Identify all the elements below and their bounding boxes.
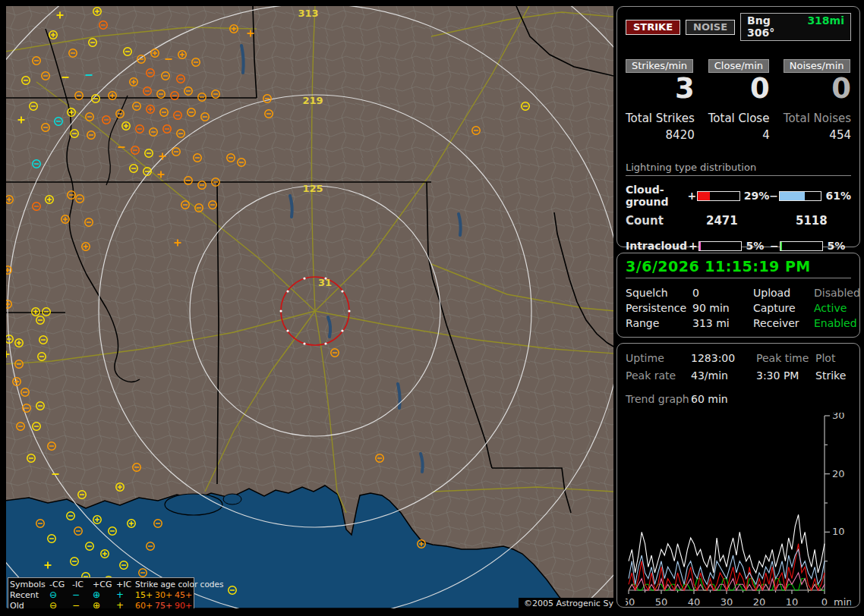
svg-text:30: 30	[832, 413, 845, 421]
distribution-title: Lightning type distribution	[626, 162, 851, 176]
legend-row-old-label: Old	[10, 601, 49, 609]
total-close-label: Total Close	[708, 112, 770, 125]
status-row: Squelch 0 Upload Disabled	[626, 285, 851, 300]
strike-map[interactable]: 31321912531 Symbols -CG -IC +CG +IC Stri…	[6, 6, 613, 608]
noise-mode-button[interactable]: NOISE	[686, 20, 735, 35]
copyright-text: ©2005 Astrogenic Systems	[519, 598, 613, 608]
bearing-readout: Bng 306° 318mi	[740, 13, 851, 41]
peak-time-label: Peak time	[756, 350, 815, 367]
range-value: 313 mi	[692, 316, 753, 331]
svg-text:20: 20	[832, 468, 845, 479]
cg-minus-bar	[779, 191, 822, 201]
total-close-value: 4	[708, 128, 770, 142]
cg-plus-count: 2471	[706, 214, 796, 228]
noises-per-min-chip[interactable]: Noises/min	[784, 59, 850, 73]
svg-text:40: 40	[688, 596, 701, 608]
capture-label: Capture	[753, 300, 814, 316]
squelch-value: 0	[692, 285, 753, 300]
strikes-per-min-chip[interactable]: Strikes/min	[626, 59, 693, 73]
minus-sign: −	[769, 190, 778, 202]
session-row: Peak rate 43/min 3:30 PM Strike	[626, 367, 851, 385]
app-window: 31321912531 Symbols -CG -IC +CG +IC Stri…	[0, 0, 864, 616]
age-45-label: 45+	[175, 590, 194, 600]
legend-header-pos-cg: +CG	[93, 580, 116, 589]
intracloud-row: Intracloud + 5% − 5%	[626, 240, 851, 252]
plot-label: Plot	[815, 350, 851, 367]
close-per-min-chip[interactable]: Close/min	[708, 59, 769, 73]
ic-plus-bar	[698, 241, 743, 251]
minus-sign: −	[770, 240, 780, 252]
peak-rate-label: Peak rate	[626, 367, 691, 385]
close-per-min-value: 0	[708, 74, 770, 104]
range-label: Range	[626, 316, 692, 331]
legend-header-neg-cg: -CG	[49, 580, 72, 589]
total-noises-value: 454	[784, 128, 851, 142]
svg-text:min: min	[834, 596, 851, 608]
upload-label: Upload	[753, 285, 814, 300]
ic-minus-pct: 5%	[823, 240, 851, 252]
uptime-label: Uptime	[626, 350, 691, 367]
legend-header-neg-ic: -IC	[72, 580, 93, 589]
session-row: Uptime 1283:00 Peak time Plot	[626, 350, 851, 367]
lake-pontchartrain	[165, 494, 222, 515]
plus-sign: +	[689, 240, 698, 252]
ic-plus-pct: 5%	[742, 240, 770, 252]
legend-header-symbols: Symbols	[10, 580, 49, 589]
recent-neg-cg-icon: ⊖	[49, 590, 72, 600]
persistence-label: Persistence	[626, 300, 692, 316]
recent-pos-cg-icon: ⊕	[93, 590, 116, 600]
svg-text:60: 60	[626, 596, 635, 608]
trend-series-neg-intracloud	[629, 573, 825, 590]
symbol-legend: Symbols -CG -IC +CG +IC Strike age color…	[8, 577, 194, 608]
count-label: Count	[626, 214, 706, 228]
svg-text:50: 50	[655, 596, 668, 608]
distance-value: 318mi	[807, 14, 844, 39]
ring-label-125: 125	[302, 183, 323, 194]
upload-state: Disabled	[814, 285, 860, 300]
total-noises-label: Total Noises	[784, 112, 851, 125]
persistence-value: 90 min	[692, 300, 753, 316]
svg-text:10: 10	[832, 526, 845, 537]
capture-state: Active	[814, 300, 851, 316]
stats-panel: STRIKE NOISE Bng 306° 318mi Strikes/min …	[616, 6, 860, 247]
total-strikes-value: 8420	[626, 128, 695, 142]
trend-row: Trend graph 60 min	[626, 391, 851, 408]
lake-maurepas	[223, 494, 241, 504]
peak-time-value: 3:30 PM	[756, 367, 815, 385]
recent-pos-ic-icon: +	[116, 590, 135, 600]
cloud-ground-row: Cloud-ground + 29% − 61%	[626, 184, 851, 208]
svg-text:0: 0	[821, 596, 828, 608]
bearing-value: Bng 306°	[747, 14, 799, 39]
status-panel: 3/6/2026 11:15:19 PM Squelch 0 Upload Di…	[616, 253, 860, 338]
old-pos-ic-icon: +	[116, 601, 135, 609]
cg-minus-count: 5118	[796, 214, 828, 228]
cloud-ground-label: Cloud-ground	[626, 184, 687, 208]
plus-sign: +	[687, 190, 696, 202]
age-15-label: 15+	[135, 590, 155, 600]
svg-text:10: 10	[786, 596, 799, 608]
old-pos-cg-icon: ⊕	[93, 601, 116, 609]
trend-graph: 1020300102030405060min	[626, 413, 851, 616]
old-neg-ic-icon: −	[72, 601, 93, 609]
legend-header-pos-ic: +IC	[116, 580, 135, 589]
svg-text:20: 20	[753, 596, 766, 608]
status-row: Persistence 90 min Capture Active	[626, 300, 851, 316]
cloud-ground-count-row: Count 2471 5118	[626, 214, 851, 228]
trend-graph-value: 60 min	[691, 391, 756, 408]
ic-minus-bar	[780, 241, 824, 251]
legend-header-age: Strike age color codes	[135, 580, 194, 589]
age-30-label: 30+	[155, 590, 175, 600]
squelch-label: Squelch	[626, 285, 692, 300]
age-60-label: 60+	[135, 601, 155, 609]
intracloud-label: Intracloud	[626, 240, 689, 252]
receiver-label: Receiver	[753, 316, 814, 331]
cg-plus-bar	[697, 191, 740, 201]
plot-mode-value: Strike	[815, 367, 851, 385]
peak-rate-value: 43/min	[691, 367, 756, 385]
session-panel: Uptime 1283:00 Peak time Plot Peak rate …	[616, 343, 860, 608]
strike-mode-button[interactable]: STRIKE	[626, 20, 680, 35]
datetime-display: 3/6/2026 11:15:19 PM	[626, 258, 851, 275]
cg-minus-pct: 61%	[821, 190, 851, 202]
legend-row-recent-label: Recent	[10, 590, 49, 600]
ring-label-313: 313	[298, 8, 318, 19]
